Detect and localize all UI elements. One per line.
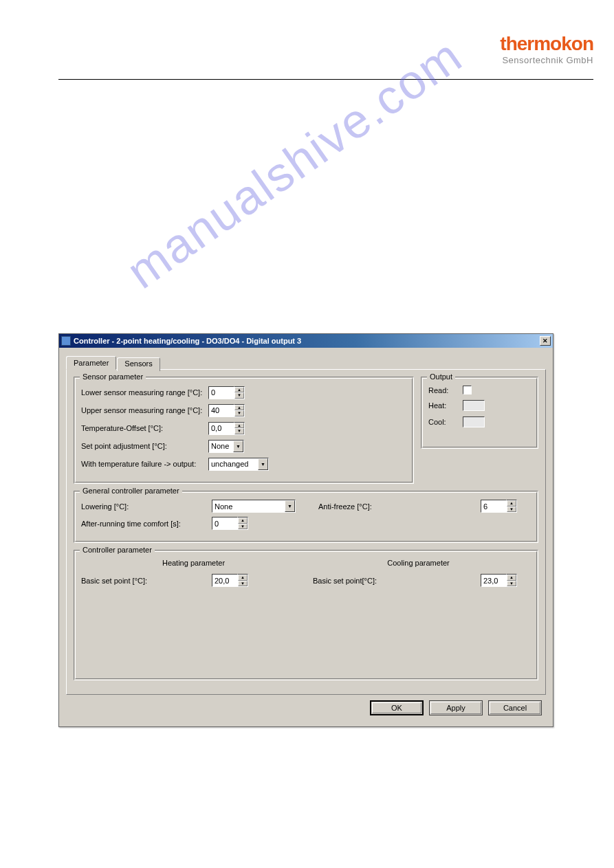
window-icon [61,336,71,346]
antifreeze-label: Anti-freeze [°C]: [318,502,421,511]
logo-brand: thermokon [500,33,593,55]
output-read-checkbox[interactable] [463,386,472,394]
after-running-label: After-running time comfort [s]: [81,520,212,528]
heating-parameter-header: Heating parameter [81,559,306,567]
ok-button[interactable]: OK [370,700,424,715]
spin-up-icon[interactable]: ▲ [234,405,244,411]
spin-up-icon[interactable]: ▲ [234,387,244,393]
output-heat-label: Heat: [428,401,463,410]
general-controller-group: General controller parameter Lowering [°… [74,491,538,543]
lowering-label: Lowering [°C]: [81,502,212,511]
controller-parameter-group: Controller parameter Heating parameter C… [74,550,538,680]
spin-up-icon[interactable]: ▲ [507,500,516,507]
cancel-button[interactable]: Cancel [488,700,542,715]
logo-subtitle: Sensortechnik GmbH [500,55,593,65]
lower-range-label: Lower sensor measuring range [°C]: [81,388,208,397]
spin-down-icon[interactable]: ▼ [507,507,516,513]
controller-parameter-legend: Controller parameter [80,546,155,554]
sensor-parameter-group: Sensor parameter Lower sensor measuring … [74,377,414,484]
spin-down-icon[interactable]: ▼ [238,581,248,587]
output-group: Output Read: Heat: Cool: [421,377,538,449]
output-legend: Output [427,372,455,381]
dialog-window: Controller - 2-point heating/cooling - D… [58,333,553,727]
tab-panel-parameter: Sensor parameter Lower sensor measuring … [66,369,546,695]
spin-down-icon[interactable]: ▼ [234,392,244,399]
spin-up-icon[interactable]: ▲ [507,575,516,581]
watermark: manualshive.com [117,27,472,299]
lower-range-input[interactable] [208,386,234,399]
general-controller-legend: General controller parameter [80,487,182,495]
temp-failure-label: With temperature failure -> output: [81,460,208,468]
close-icon[interactable] [540,336,551,346]
upper-range-input[interactable] [208,404,234,417]
heat-setpoint-input[interactable] [212,574,238,587]
cool-setpoint-input[interactable] [481,574,507,587]
output-cool-display [463,416,485,427]
output-read-label: Read: [428,386,463,394]
spin-up-icon[interactable]: ▲ [238,518,248,524]
titlebar: Controller - 2-point heating/cooling - D… [59,334,553,348]
output-heat-display [463,400,485,411]
spin-down-icon[interactable]: ▼ [238,524,248,530]
tab-parameter[interactable]: Parameter [66,356,116,370]
setpoint-adjust-label: Set point adjustment [°C]: [81,442,208,450]
spin-up-icon[interactable]: ▲ [234,423,244,429]
temp-offset-input[interactable] [208,422,234,435]
spin-down-icon[interactable]: ▼ [234,428,244,434]
upper-range-label: Upper sensor measuring range [°C]: [81,406,208,414]
sensor-parameter-legend: Sensor parameter [80,372,146,381]
apply-button[interactable]: Apply [429,700,483,715]
spin-down-icon[interactable]: ▼ [507,581,516,587]
spin-up-icon[interactable]: ▲ [238,575,248,581]
chevron-down-icon[interactable]: ▼ [233,441,243,452]
lowering-select[interactable] [212,500,296,513]
chevron-down-icon[interactable]: ▼ [285,500,295,512]
cool-setpoint-label: Basic set point[°C]: [306,577,409,585]
heat-setpoint-label: Basic set point [°C]: [81,577,212,585]
antifreeze-input[interactable] [481,500,507,513]
tab-sensors[interactable]: Sensors [117,357,160,371]
output-cool-label: Cool: [428,418,463,426]
header-divider [58,79,593,80]
temp-offset-label: Temperature-Offset [°C]: [81,424,208,432]
window-title: Controller - 2-point heating/cooling - D… [74,337,540,345]
logo: thermokon Sensortechnik GmbH [500,33,593,65]
cooling-parameter-header: Cooling parameter [306,559,531,567]
after-running-input[interactable] [212,517,238,530]
chevron-down-icon[interactable]: ▼ [258,458,268,470]
spin-down-icon[interactable]: ▼ [234,410,244,416]
